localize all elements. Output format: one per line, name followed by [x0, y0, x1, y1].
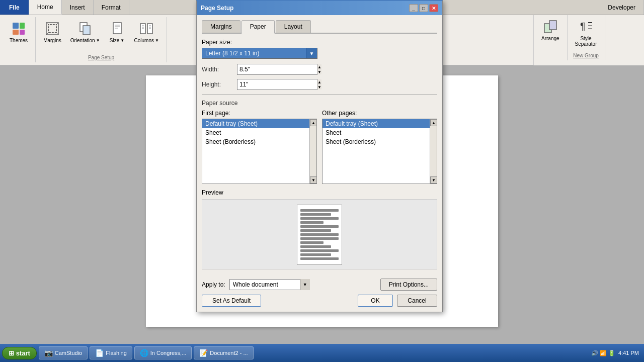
tab-file[interactable]: File — [0, 0, 29, 15]
dialog-titlebar: Page Setup _ □ ✕ — [197, 1, 442, 15]
list-item[interactable]: Sheet (Borderless) — [202, 137, 316, 146]
preview-line — [300, 237, 339, 240]
other-pages-scrollbar[interactable]: ▲ ▼ — [430, 119, 437, 184]
paper-size-row: Letter (8 1/2 x 11 in) ▼ — [202, 48, 437, 59]
style-separator-button[interactable]: ¶ StyleSeparator — [572, 17, 601, 48]
first-page-col: First page: Default tray (Sheet) Sheet S… — [202, 110, 317, 184]
height-input[interactable] — [237, 81, 317, 88]
height-row: Height: ▲ ▼ — [202, 79, 437, 90]
dialog-close-button[interactable]: ✕ — [429, 4, 438, 12]
width-up-button[interactable]: ▲ — [317, 64, 321, 69]
size-button[interactable]: Size ▼ — [106, 19, 129, 45]
preview-line — [300, 241, 324, 244]
page-setup-dialog: Page Setup _ □ ✕ Margins Paper Layout — [196, 0, 443, 312]
list-item[interactable]: Default tray (Sheet) — [323, 119, 437, 128]
width-row: Width: ▲ ▼ — [202, 64, 437, 75]
start-button[interactable]: ⊞ start — [2, 347, 37, 359]
preview-line — [300, 249, 339, 252]
scroll-track — [310, 126, 316, 176]
scroll-up-button[interactable]: ▲ — [430, 119, 437, 126]
width-down-button[interactable]: ▼ — [317, 69, 321, 74]
paper-size-arrow: ▼ — [306, 48, 317, 58]
themes-icon — [11, 21, 27, 37]
dialog-minimize-button[interactable]: _ — [409, 4, 418, 12]
first-page-label: First page: — [202, 110, 317, 117]
style-separator-icon: ¶ — [578, 19, 594, 35]
height-up-button[interactable]: ▲ — [317, 79, 321, 84]
first-page-list[interactable]: Default tray (Sheet) Sheet Sheet (Border… — [202, 119, 317, 184]
new-group-label: New Group — [573, 53, 599, 58]
preview-line — [300, 257, 339, 260]
flashing-icon: 📄 — [95, 349, 104, 357]
tab-paper[interactable]: Paper — [242, 20, 275, 34]
section-divider — [202, 94, 437, 95]
first-page-scrollbar[interactable]: ▲ ▼ — [309, 119, 316, 184]
tab-home[interactable]: Home — [29, 0, 62, 15]
tab-insert[interactable]: Insert — [62, 0, 94, 15]
svg-rect-3 — [20, 30, 25, 35]
other-pages-list[interactable]: Default tray (Sheet) Sheet Sheet (Border… — [322, 119, 437, 184]
preview-line — [300, 221, 324, 224]
margins-button[interactable]: Margins — [40, 19, 65, 45]
style-separator-label: StyleSeparator — [575, 36, 597, 47]
tab-format[interactable]: Format — [94, 0, 129, 15]
other-pages-label: Other pages: — [322, 110, 437, 117]
paper-source-header: Paper source — [202, 100, 437, 107]
preview-line — [300, 217, 339, 220]
congress-icon: 🌐 — [140, 349, 148, 357]
dialog-maximize-button[interactable]: □ — [419, 4, 428, 12]
columns-button[interactable]: Columns ▼ — [131, 19, 163, 45]
taskbar-item-camstudio[interactable]: 📷 CamStudio — [39, 346, 88, 359]
scroll-down-button[interactable]: ▼ — [310, 176, 317, 184]
ok-cancel-group: OK Cancel — [358, 295, 437, 307]
width-input[interactable] — [237, 66, 317, 73]
preview-line — [300, 245, 331, 248]
dialog-action-row: Set As Default OK Cancel — [202, 291, 437, 307]
preview-line — [300, 233, 339, 236]
svg-rect-0 — [13, 23, 19, 29]
dialog-title-buttons: _ □ ✕ — [409, 4, 438, 12]
taskbar-item-flashing[interactable]: 📄 Flashing — [90, 346, 132, 359]
taskbar-item-congress[interactable]: 🌐 In Congress,... — [134, 346, 192, 359]
paper-size-combo[interactable]: Letter (8 1/2 x 11 in) ▼ — [202, 48, 317, 59]
arrange-button[interactable]: Arrange — [538, 17, 563, 43]
svg-rect-25 — [549, 21, 556, 30]
themes-button[interactable]: Themes — [6, 19, 31, 45]
list-item[interactable]: Default tray (Sheet) — [202, 119, 316, 128]
tab-layout[interactable]: Layout — [276, 20, 311, 33]
set-as-default-button[interactable]: Set As Default — [202, 295, 261, 307]
height-spinner[interactable]: ▲ ▼ — [237, 79, 317, 90]
apply-to-label: Apply to: — [202, 281, 225, 288]
list-item[interactable]: Sheet — [323, 128, 437, 137]
preview-line — [300, 213, 331, 216]
columns-icon — [138, 21, 154, 37]
taskbar-time: 4:41 PM — [618, 350, 639, 356]
scroll-down-button[interactable]: ▼ — [430, 176, 437, 184]
preview-box — [202, 199, 437, 269]
dialog-tabs: Margins Paper Layout — [202, 20, 437, 34]
document-icon: 📝 — [199, 349, 208, 357]
tab-developer[interactable]: Developer — [600, 0, 644, 15]
scroll-up-button[interactable]: ▲ — [310, 119, 317, 126]
ok-button[interactable]: OK — [358, 295, 393, 307]
width-spinner[interactable]: ▲ ▼ — [237, 64, 317, 75]
taskbar-item-document[interactable]: 📝 Document2 - ... — [194, 346, 253, 359]
margins-icon — [44, 21, 60, 37]
list-item[interactable]: Sheet — [202, 128, 316, 137]
right-ribbon-groups: Arrange ¶ S — [533, 15, 644, 65]
columns-label: Columns ▼ — [134, 38, 159, 43]
width-spinner-buttons: ▲ ▼ — [317, 64, 321, 74]
height-spinner-buttons: ▲ ▼ — [317, 79, 321, 89]
list-item[interactable]: Sheet (Borderless) — [323, 137, 437, 146]
dialog-body: Margins Paper Layout Paper size: Letter … — [197, 15, 442, 312]
paper-size-label: Paper size: — [202, 39, 437, 46]
orientation-button[interactable]: Orientation ▼ — [67, 19, 104, 45]
print-options-button[interactable]: Print Options... — [380, 279, 437, 291]
apply-to-select[interactable]: Whole document This point forward — [229, 279, 310, 290]
tab-margins[interactable]: Margins — [202, 20, 240, 33]
cancel-button[interactable]: Cancel — [397, 295, 437, 307]
height-down-button[interactable]: ▼ — [317, 84, 321, 89]
taskbar: ⊞ start 📷 CamStudio 📄 Flashing 🌐 In Cong… — [0, 344, 644, 362]
tray-icons: 🔊 📶 🔋 — [591, 350, 615, 356]
group-arrange: Arrange — [534, 15, 568, 60]
